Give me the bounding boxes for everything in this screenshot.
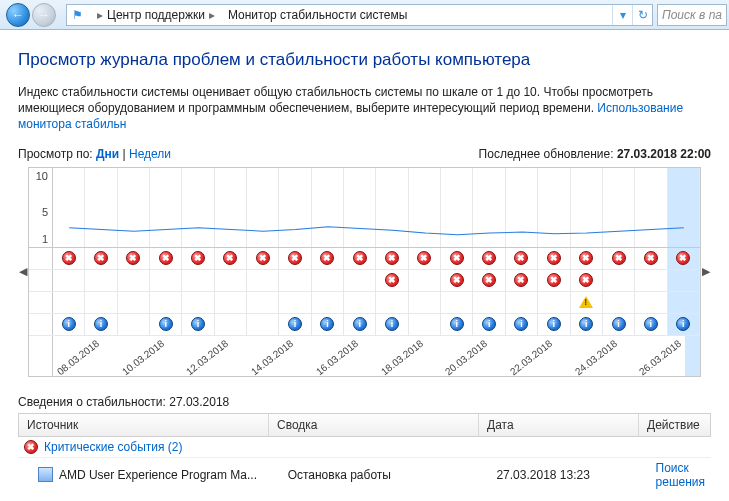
icon-cell[interactable]: ✖ — [603, 248, 635, 269]
icon-cell[interactable] — [85, 292, 117, 313]
icon-cell[interactable]: ✖ — [635, 248, 667, 269]
chevron-down-icon[interactable]: ▾ — [612, 5, 632, 25]
icon-cell[interactable] — [409, 292, 441, 313]
icon-cell[interactable] — [603, 270, 635, 291]
date-cell[interactable] — [297, 336, 312, 376]
icon-cell[interactable]: i — [538, 314, 570, 335]
icon-cell[interactable]: i — [473, 314, 505, 335]
icon-cell[interactable]: i — [53, 314, 85, 335]
icon-cell[interactable]: ✖ — [312, 248, 344, 269]
date-cell[interactable] — [491, 336, 506, 376]
icon-cell[interactable]: i — [603, 314, 635, 335]
icon-cell[interactable]: ✖ — [441, 248, 473, 269]
icon-cell[interactable]: ✖ — [571, 270, 603, 291]
group-label[interactable]: Критические события — [44, 440, 164, 454]
icon-cell[interactable] — [247, 314, 279, 335]
icon-cell[interactable]: ✖ — [538, 270, 570, 291]
icon-cell[interactable]: ✖ — [182, 248, 214, 269]
date-cell[interactable]: 12.03.2018 — [182, 336, 232, 376]
icon-cell[interactable]: ✖ — [441, 270, 473, 291]
icon-cell[interactable] — [182, 292, 214, 313]
icon-cell[interactable]: i — [635, 314, 667, 335]
icon-cell[interactable]: ✖ — [376, 248, 408, 269]
chart-scroll-left[interactable]: ◀ — [18, 167, 28, 377]
icon-cell[interactable] — [279, 270, 311, 291]
icon-cell[interactable] — [473, 292, 505, 313]
icon-cell[interactable] — [603, 292, 635, 313]
icon-cell[interactable] — [344, 292, 376, 313]
icon-cell[interactable]: ✖ — [247, 248, 279, 269]
date-cell[interactable]: 16.03.2018 — [312, 336, 362, 376]
viewby-days-link[interactable]: Дни — [96, 147, 119, 161]
col-action[interactable]: Действие — [639, 414, 710, 436]
icon-cell[interactable] — [344, 270, 376, 291]
icon-cell[interactable]: ✖ — [571, 248, 603, 269]
icon-cell[interactable] — [150, 270, 182, 291]
icon-cell[interactable]: i — [150, 314, 182, 335]
icon-cell[interactable] — [118, 292, 150, 313]
icon-cell[interactable] — [409, 270, 441, 291]
icon-cell[interactable] — [571, 292, 603, 313]
icon-cell[interactable] — [182, 270, 214, 291]
icon-cell[interactable]: ✖ — [506, 248, 538, 269]
icon-cell[interactable]: ✖ — [53, 248, 85, 269]
icon-cell[interactable]: i — [85, 314, 117, 335]
icon-cell[interactable]: ✖ — [344, 248, 376, 269]
breadcrumb-segment[interactable]: Монитор стабильности системы — [222, 5, 415, 25]
date-cell[interactable] — [556, 336, 571, 376]
icon-cell[interactable] — [215, 270, 247, 291]
icon-cell[interactable] — [247, 270, 279, 291]
icon-cell[interactable]: i — [668, 314, 700, 335]
date-cell[interactable] — [168, 336, 183, 376]
date-cell[interactable] — [427, 336, 442, 376]
icon-cell[interactable] — [312, 292, 344, 313]
date-cell[interactable]: 10.03.2018 — [118, 336, 168, 376]
icon-cell[interactable]: ✖ — [279, 248, 311, 269]
icon-cell[interactable] — [53, 292, 85, 313]
date-cell[interactable] — [232, 336, 247, 376]
icon-cell[interactable]: ✖ — [376, 270, 408, 291]
date-cell[interactable] — [103, 336, 118, 376]
icon-cell[interactable] — [53, 270, 85, 291]
col-summary[interactable]: Сводка — [269, 414, 479, 436]
icon-cell[interactable]: i — [376, 314, 408, 335]
chart-scroll-right[interactable]: ▶ — [701, 167, 711, 377]
icon-cell[interactable] — [441, 292, 473, 313]
icon-cell[interactable]: i — [182, 314, 214, 335]
table-row[interactable]: AMD User Experience Program Ma... Остано… — [18, 458, 711, 492]
icon-cell[interactable]: i — [344, 314, 376, 335]
icon-cell[interactable] — [635, 270, 667, 291]
icon-cell[interactable]: ✖ — [85, 248, 117, 269]
date-cell[interactable]: 22.03.2018 — [506, 336, 556, 376]
date-cell[interactable] — [621, 336, 636, 376]
date-cell[interactable]: 26.03.2018 — [635, 336, 685, 376]
icon-cell[interactable]: ✖ — [538, 248, 570, 269]
refresh-icon[interactable]: ↻ — [632, 5, 652, 25]
icon-cell[interactable]: ✖ — [150, 248, 182, 269]
icon-cell[interactable]: ✖ — [506, 270, 538, 291]
icon-cell[interactable] — [312, 270, 344, 291]
date-cell[interactable]: 20.03.2018 — [441, 336, 491, 376]
search-input[interactable]: Поиск в па — [657, 4, 727, 26]
icon-cell[interactable] — [85, 270, 117, 291]
icon-cell[interactable]: i — [312, 314, 344, 335]
icon-cell[interactable] — [215, 314, 247, 335]
date-cell[interactable] — [685, 336, 700, 376]
date-cell[interactable]: 14.03.2018 — [247, 336, 297, 376]
nav-back-button[interactable]: ← — [6, 3, 30, 27]
action-link[interactable]: Поиск решения — [656, 461, 705, 489]
icon-cell[interactable]: ✖ — [409, 248, 441, 269]
icon-cell[interactable]: ✖ — [118, 248, 150, 269]
date-cell[interactable] — [362, 336, 377, 376]
icon-cell[interactable] — [635, 292, 667, 313]
icon-cell[interactable] — [668, 292, 700, 313]
icon-cell[interactable] — [506, 292, 538, 313]
icon-cell[interactable] — [376, 292, 408, 313]
icon-cell[interactable] — [668, 270, 700, 291]
icon-cell[interactable] — [247, 292, 279, 313]
icon-cell[interactable] — [409, 314, 441, 335]
icon-cell[interactable]: ✖ — [473, 248, 505, 269]
icon-cell[interactable]: ✖ — [473, 270, 505, 291]
icon-cell[interactable] — [150, 292, 182, 313]
nav-forward-button[interactable]: → — [32, 3, 56, 27]
